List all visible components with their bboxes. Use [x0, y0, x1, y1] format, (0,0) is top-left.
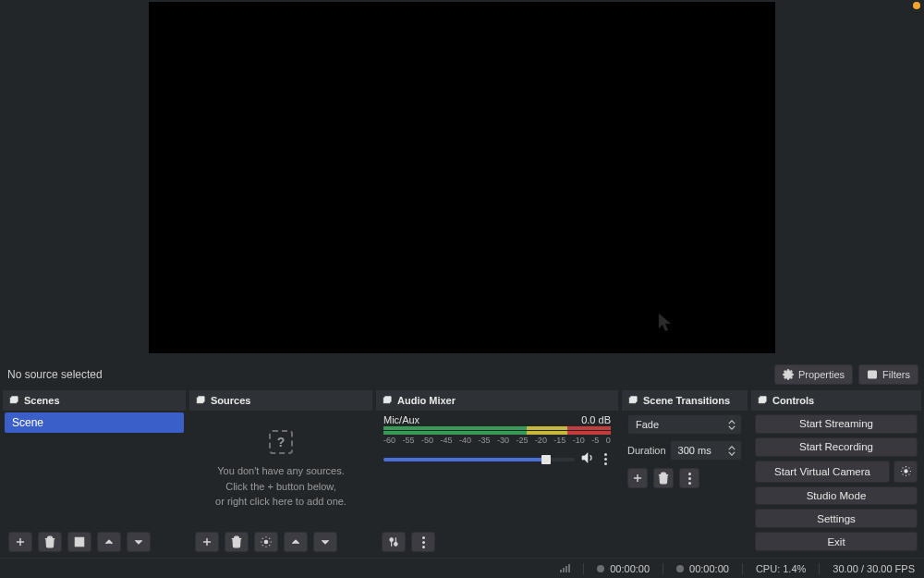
move-scene-down-button[interactable]	[127, 532, 151, 552]
status-bar: 00:00:00 00:00:00 CPU: 1.4% 30.00 / 30.0…	[0, 558, 924, 578]
audio-db-reading: 0.0 dB	[581, 414, 611, 425]
transitions-header[interactable]: Scene Transitions	[622, 390, 748, 411]
studio-mode-button[interactable]: Studio Mode	[755, 486, 918, 506]
scenes-footer	[3, 529, 186, 555]
tick-label: -10	[573, 436, 585, 445]
tick-label: -15	[553, 436, 565, 445]
sources-list[interactable]: ? You don't have any sources. Click the …	[189, 411, 372, 529]
scenes-dock: Scenes Scene	[3, 390, 186, 555]
transition-properties-button[interactable]	[679, 468, 699, 488]
window-minimize-indicator-icon	[913, 2, 920, 9]
fps-counter: 30.00 / 30.00 FPS	[833, 563, 915, 574]
remove-transition-button[interactable]	[653, 468, 674, 488]
exit-button[interactable]: Exit	[755, 532, 918, 551]
controls-body: Start Streaming Start Recording Start Vi…	[751, 411, 921, 555]
dock-popout-icon	[627, 395, 638, 407]
controls-title: Controls	[772, 395, 814, 406]
scene-item[interactable]: Scene	[5, 412, 184, 433]
audio-mixer-body: Mic/Aux 0.0 dB -60-55-50-45-40-35-30-25-…	[376, 411, 618, 529]
audio-track-name: Mic/Aux	[383, 414, 419, 425]
volume-slider[interactable]	[383, 458, 575, 461]
properties-button[interactable]: Properties	[774, 364, 853, 385]
audio-mixer-header[interactable]: Audio Mixer	[376, 390, 618, 411]
svg-point-23	[904, 470, 906, 473]
start-streaming-button[interactable]: Start Streaming	[755, 414, 918, 434]
scenes-list[interactable]: Scene	[3, 411, 186, 529]
transition-selected: Fade	[636, 419, 659, 430]
mute-button[interactable]	[580, 450, 595, 468]
stepper-icon[interactable]	[726, 441, 737, 460]
move-scene-up-button[interactable]	[97, 532, 121, 552]
advanced-audio-button[interactable]	[382, 532, 406, 552]
transitions-dock: Scene Transitions Fade Duration 300 ms	[622, 390, 748, 555]
filters-label: Filters	[882, 369, 910, 380]
move-source-down-button[interactable]	[313, 532, 337, 552]
help-icon: ?	[269, 430, 293, 454]
dock-popout-icon	[8, 395, 18, 407]
sources-title: Sources	[211, 395, 250, 406]
chevron-spinner-icon	[726, 415, 737, 434]
duration-label: Duration	[627, 445, 666, 456]
duration-value: 300 ms	[678, 445, 711, 456]
transition-select[interactable]: Fade	[627, 414, 742, 435]
tick-label: 0	[606, 436, 611, 445]
preview-area	[0, 0, 924, 361]
sources-footer	[189, 529, 372, 555]
sources-empty-line2: Click the + button below,	[225, 479, 336, 495]
duration-input[interactable]: 300 ms	[670, 440, 742, 461]
tick-label: -5	[591, 436, 599, 445]
controls-dock: Controls Start Streaming Start Recording…	[751, 390, 921, 555]
sources-header[interactable]: Sources	[189, 390, 372, 411]
scene-filter-button[interactable]	[67, 532, 91, 552]
scenes-title: Scenes	[24, 395, 60, 406]
sources-empty-line3: or right click here to add one.	[215, 494, 346, 510]
tick-label: -55	[402, 436, 414, 445]
stream-timer: 00:00:00	[597, 563, 650, 574]
tick-label: -50	[421, 436, 433, 445]
svg-point-14	[395, 543, 398, 547]
remove-source-button[interactable]	[225, 532, 249, 552]
filters-icon	[867, 369, 878, 380]
audio-track-menu-button[interactable]	[601, 450, 611, 468]
tick-label: -20	[535, 436, 547, 445]
svg-point-11	[264, 540, 268, 544]
docks-container: Scenes Scene Sources ? You don't have an…	[0, 388, 924, 558]
sources-dock: Sources ? You don't have any sources. Cl…	[189, 390, 372, 555]
gear-icon	[783, 369, 794, 380]
audio-mixer-menu-button[interactable]	[411, 532, 435, 552]
svg-rect-6	[75, 537, 83, 546]
network-icon	[560, 564, 570, 572]
start-recording-button[interactable]: Start Recording	[755, 437, 918, 457]
record-status-icon	[676, 565, 684, 572]
transitions-body: Fade Duration 300 ms	[622, 411, 748, 555]
source-status-text: No source selected	[7, 368, 103, 381]
dock-popout-icon	[382, 395, 392, 407]
audio-mixer-footer	[376, 529, 618, 555]
add-scene-button[interactable]	[8, 532, 32, 552]
scenes-header[interactable]: Scenes	[3, 390, 186, 411]
start-virtual-camera-button[interactable]: Start Virtual Camera	[755, 461, 890, 483]
filters-button[interactable]: Filters	[858, 364, 918, 385]
svg-point-13	[390, 538, 394, 542]
virtual-camera-settings-button[interactable]	[894, 461, 918, 483]
tick-label: -35	[478, 436, 490, 445]
audio-mixer-dock: Audio Mixer Mic/Aux 0.0 dB -60-55-50-45-…	[376, 390, 618, 555]
sources-empty-line1: You don't have any sources.	[217, 463, 344, 479]
controls-header[interactable]: Controls	[751, 390, 921, 411]
tick-label: -45	[440, 436, 452, 445]
tick-label: -40	[459, 436, 471, 445]
sources-empty-state: ? You don't have any sources. Click the …	[189, 411, 372, 529]
preview-canvas[interactable]	[149, 2, 775, 353]
move-source-up-button[interactable]	[284, 532, 308, 552]
source-properties-button[interactable]	[254, 532, 278, 552]
audio-meter	[383, 426, 611, 435]
add-transition-button[interactable]	[627, 468, 648, 488]
svg-rect-1	[869, 371, 877, 378]
record-timer: 00:00:00	[676, 563, 729, 574]
tick-label: -60	[383, 436, 395, 445]
add-source-button[interactable]	[195, 532, 219, 552]
settings-button[interactable]: Settings	[755, 509, 918, 528]
tick-label: -25	[516, 436, 528, 445]
source-toolbar: No source selected Properties Filters	[0, 361, 924, 388]
remove-scene-button[interactable]	[38, 532, 62, 552]
